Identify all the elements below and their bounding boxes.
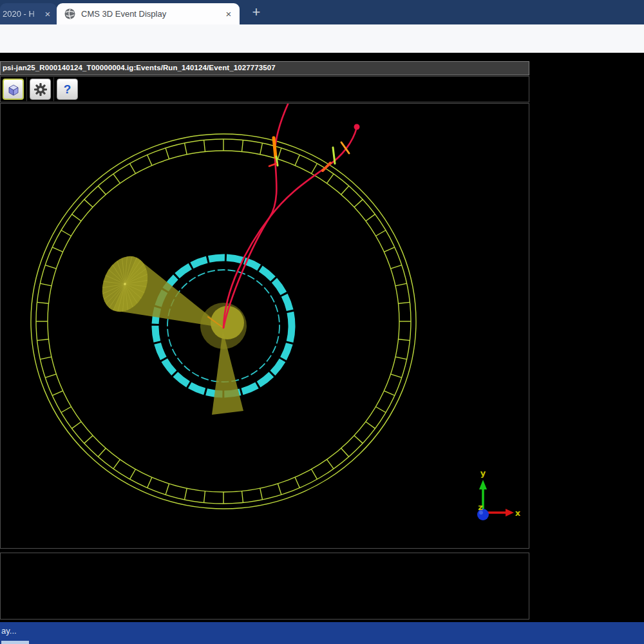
browser-tab-bar: 2020 - H × CMS 3D Event Display × + (0, 0, 644, 24)
view-3d-button[interactable] (3, 79, 24, 100)
axis-label-x: x (515, 508, 521, 518)
tab-title: 2020 - H (3, 9, 43, 19)
globe-favicon-icon (64, 8, 75, 19)
event-file-titlebar: psi-jan25_R000140124_T00000004.ig:Events… (0, 61, 529, 75)
toolbar-separator (53, 77, 54, 101)
help-button[interactable]: ? (57, 79, 78, 100)
event-display-window: psi-jan25_R000140124_T00000004.ig:Events… (0, 53, 644, 644)
axis-gizmo: yxz (477, 468, 521, 520)
settings-button[interactable] (30, 79, 51, 100)
muon-track (223, 104, 290, 328)
browser-toolbar-strip (0, 24, 644, 53)
secondary-panel (0, 553, 529, 620)
display-toolbar: ? (0, 76, 529, 102)
tab-background-page[interactable]: 2020 - H × (0, 3, 57, 24)
muon-track (223, 128, 357, 328)
axis-y-arrowhead (479, 480, 487, 489)
event-scene: yxz (1, 104, 529, 548)
question-icon: ? (64, 82, 71, 97)
new-tab-button[interactable]: + (247, 4, 265, 22)
close-icon[interactable]: × (223, 9, 234, 19)
tab-cms-3d-event-display[interactable]: CMS 3D Event Display × (57, 3, 240, 24)
axis-label-y: y (480, 468, 486, 478)
chamber-hit (274, 138, 276, 157)
close-icon[interactable]: × (43, 10, 53, 19)
event-3d-viewport[interactable]: yxz (0, 103, 529, 549)
toolbar-separator (26, 77, 27, 101)
axis-x-arrowhead (506, 509, 514, 516)
tab-title: CMS 3D Event Display (81, 9, 223, 19)
muon-track-endpoint (354, 124, 360, 130)
cube-icon (7, 83, 20, 96)
chamber-hit (341, 142, 349, 153)
browser-status-bar: ay... (0, 622, 644, 644)
axis-label-z: z (478, 502, 483, 512)
gear-icon (33, 82, 48, 97)
status-text: ay... (1, 626, 17, 636)
status-progress-box (1, 641, 29, 644)
